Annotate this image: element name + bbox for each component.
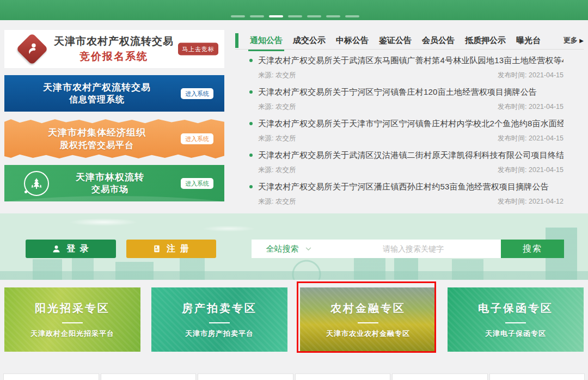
id-card-icon	[152, 244, 161, 253]
zone-title: 电子保函专区	[448, 301, 584, 316]
register-button[interactable]: 注 册	[126, 240, 216, 258]
announcement-source: 来源: 农交所	[258, 102, 296, 112]
carousel-dot[interactable]	[345, 15, 359, 17]
bidding-system-panel: 天津市农村产权流转交易 竞价报名系统 马上去竞标	[4, 30, 224, 68]
divider	[209, 322, 230, 323]
zone-title: 阳光招采专区	[4, 301, 140, 316]
carousel-dot[interactable]	[250, 15, 264, 17]
go-bid-button[interactable]: 马上去竞标	[178, 43, 218, 56]
tab-member[interactable]: 会员公告	[422, 35, 455, 46]
zone-subtitle: 天津市农业农村金融专区	[300, 329, 436, 339]
bullet-dot-icon	[249, 185, 253, 188]
zone-card-rural-finance[interactable]: 农村金融专区 天津市农业农村金融专区	[300, 287, 436, 352]
banner-line2: 交易市场	[39, 183, 181, 195]
banner-equity-trusteeship-platform[interactable]: 天津市村集体经济组织 股权托管交易平台 进入系统	[4, 118, 224, 160]
announcement-date: 发布时间: 2021-04-15	[498, 166, 564, 175]
banner-info-management-system[interactable]: 天津市农村产权流转交易 信息管理系统 进入系统	[4, 75, 224, 112]
tab-accent-bar	[235, 33, 238, 48]
list-item: 天津农村产权交易所关于武清区汉沽港镇二街村原天津凯得利科技有限公司项目终结公告 …	[249, 150, 564, 175]
banner-line1: 天津市林权流转	[39, 170, 181, 183]
announcement-source: 来源: 农交所	[258, 134, 296, 143]
user-icon	[52, 244, 61, 254]
announcement-source: 来源: 农交所	[258, 197, 296, 206]
announcement-link[interactable]: 天津农村产权交易所关于武清区东马圈镇广善村第4号林业队园地13亩土地经营权等4个…	[258, 56, 564, 66]
bullet-dot-icon	[249, 154, 253, 157]
list-item: 天津农村产权交易所关于宁河区宁河镇鲁庄村120亩土地经营权项目摘牌公告 来源: …	[249, 87, 564, 112]
zone-subtitle: 天津政村企阳光招采平台	[4, 329, 140, 339]
carousel-dot[interactable]	[307, 15, 321, 17]
zone-card-sunshine-procurement[interactable]: 阳光招采专区 天津政村企阳光招采平台	[4, 287, 140, 352]
list-item: 天津农村产权交易所关于宁河区潘庄镇西孙庄村约53亩鱼池经营权项目摘牌公告 来源:…	[249, 182, 564, 206]
site-search-bar: 全站搜索 搜索	[252, 240, 564, 258]
zone-title: 农村金融专区	[300, 301, 436, 316]
tab-winning-bid[interactable]: 中标公告	[336, 35, 369, 46]
search-scope-select[interactable]: 全站搜索	[252, 240, 326, 258]
bottom-section-cell	[295, 373, 391, 380]
bid-logo-icon	[19, 35, 46, 63]
carousel-dot[interactable]	[326, 15, 340, 17]
announcement-tab-bar: 通知公告 成交公示 中标公告 鉴证公告 会员公告 抵质押公示 曝光台 更多 ▶	[235, 32, 584, 50]
login-button[interactable]: 登 录	[26, 240, 116, 258]
bottom-section-cell	[392, 373, 488, 380]
announcement-source: 来源: 农交所	[258, 166, 296, 175]
divider	[62, 322, 83, 323]
zone-title: 房产拍卖专区	[151, 301, 287, 316]
announcement-link[interactable]: 天津农村产权交易所关于宁河区潘庄镇西孙庄村约53亩鱼池经营权项目摘牌公告	[258, 182, 564, 192]
bottom-section-row	[3, 373, 585, 380]
carousel-indicators	[231, 15, 359, 17]
bullet-dot-icon	[249, 122, 253, 125]
chevron-down-icon	[305, 247, 311, 251]
tab-notice[interactable]: 通知公告	[250, 35, 283, 46]
enter-system-button[interactable]: 进入系统	[181, 178, 213, 189]
divider	[505, 322, 526, 323]
cityscape-search-banner: 登 录 注 册 全站搜索 搜索	[0, 213, 588, 280]
announcement-link[interactable]: 天津农村产权交易所关于宁河区宁河镇鲁庄村120亩土地经营权项目摘牌公告	[258, 87, 564, 97]
bottom-section-cell	[489, 373, 585, 380]
list-item: 天津农村产权交易所关于天津市宁河区宁河镇鲁庄村村内学校北2个鱼池约8亩水面经营.…	[249, 119, 564, 143]
banner-forest-rights-market[interactable]: 天津市林权流转 交易市场 进入系统	[4, 165, 224, 201]
announcement-date: 发布时间: 2021-04-15	[498, 71, 564, 80]
list-item: 天津农村产权交易所关于武清区东马圈镇广善村第4号林业队园地13亩土地经营权等4个…	[249, 56, 564, 80]
arrow-right-icon: ▶	[579, 38, 584, 44]
enter-system-button[interactable]: 进入系统	[181, 88, 213, 99]
enter-system-button[interactable]: 进入系统	[181, 133, 213, 144]
tab-pledge[interactable]: 抵质押公示	[465, 35, 506, 46]
announcement-link[interactable]: 天津农村产权交易所关于天津市宁河区宁河镇鲁庄村村内学校北2个鱼池约8亩水面经营.…	[258, 119, 564, 129]
announcement-date: 发布时间: 2021-04-12	[498, 197, 564, 206]
banner-line2: 信息管理系统	[4, 94, 189, 106]
announcement-link[interactable]: 天津农村产权交易所关于武清区汉沽港镇二街村原天津凯得利科技有限公司项目终结公告	[258, 150, 564, 161]
bottom-section-cell	[101, 373, 197, 380]
zone-subtitle: 天津市房产拍卖平台	[151, 329, 287, 339]
bullet-dot-icon	[249, 59, 253, 62]
announcement-date: 发布时间: 2021-04-15	[498, 134, 564, 143]
zone-subtitle: 天津电子保函专区	[448, 329, 584, 339]
banner-line2: 股权托管交易平台	[4, 139, 189, 151]
bidding-system-title: 天津市农村产权流转交易	[54, 34, 174, 48]
banner-line1: 天津市村集体经济组织	[4, 126, 189, 139]
search-button[interactable]: 搜索	[501, 240, 564, 258]
tab-deal-publicity[interactable]: 成交公示	[293, 35, 326, 46]
carousel-dot[interactable]	[231, 15, 245, 17]
banner-line1: 天津市农村产权流转交易	[4, 81, 189, 94]
tab-exposure[interactable]: 曝光台	[516, 35, 541, 46]
bidding-system-subtitle: 竞价报名系统	[54, 50, 174, 64]
announcement-source: 来源: 农交所	[258, 71, 296, 80]
divider	[358, 322, 378, 323]
carousel-dot-active[interactable]	[269, 15, 283, 17]
more-link[interactable]: 更多 ▶	[564, 35, 584, 45]
carousel-dot[interactable]	[288, 15, 302, 17]
bottom-section-cell	[3, 373, 99, 380]
page: { "topbar": { "carousel_dot_count": 7, "…	[0, 0, 588, 380]
tab-attestation[interactable]: 鉴证公告	[379, 35, 412, 46]
zone-card-electronic-guarantee[interactable]: 电子保函专区 天津电子保函专区	[448, 287, 584, 352]
announcement-date: 发布时间: 2021-04-15	[498, 102, 564, 112]
search-input[interactable]	[326, 240, 501, 258]
bottom-section-cell	[198, 373, 293, 380]
zone-card-real-estate-auction[interactable]: 房产拍卖专区 天津市房产拍卖平台	[151, 287, 287, 352]
announcement-list: 天津农村产权交易所关于武清区东马圈镇广善村第4号林业队园地13亩土地经营权等4个…	[249, 56, 564, 213]
bullet-dot-icon	[249, 90, 253, 94]
carousel-banner-bar	[0, 0, 588, 20]
